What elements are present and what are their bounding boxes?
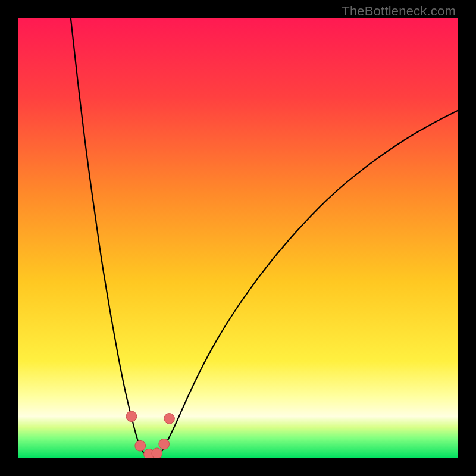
valley-dot [164, 414, 175, 424]
valley-dot [152, 448, 162, 458]
valley-dot [135, 440, 146, 451]
valley-dot [126, 411, 137, 422]
gradient-background [18, 18, 458, 458]
chart-frame [18, 18, 458, 458]
watermark-text: TheBottleneck.com [342, 4, 456, 19]
valley-dot [159, 439, 170, 449]
bottleneck-chart [18, 18, 458, 458]
